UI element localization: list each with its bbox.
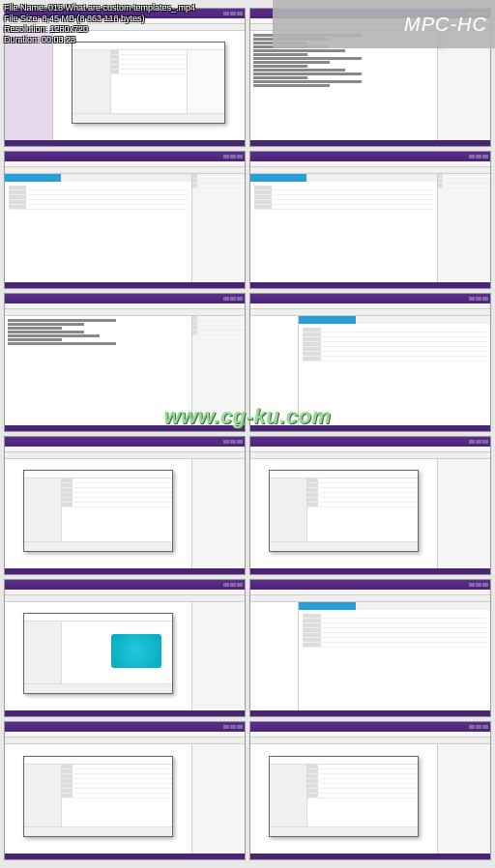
thumb-3[interactable]	[4, 151, 246, 290]
thumb-10[interactable]	[249, 579, 491, 718]
meta-filename: File Name: 018 What are custom templates…	[4, 3, 195, 14]
list-dialog-4	[269, 756, 419, 838]
meta-filesize: File Size: 8,45 MB (8 863 118 bytes)	[4, 14, 195, 24]
thumb-12[interactable]	[249, 721, 491, 860]
thumb-4[interactable]	[249, 151, 491, 290]
meta-duration: Duration: 00:03:23	[4, 35, 195, 45]
template-dialog	[23, 613, 173, 695]
thumb-7[interactable]	[4, 436, 246, 575]
watermark: www.cg-ku.com	[163, 404, 331, 429]
list-dialog-1	[23, 470, 173, 552]
property-tab	[5, 174, 191, 182]
thumbnail-grid	[4, 8, 491, 864]
template-preview-icon	[111, 634, 161, 668]
thumb-9[interactable]	[4, 579, 246, 718]
new-project-dialog	[72, 42, 225, 124]
file-metadata: File Name: 018 What are custom templates…	[4, 3, 195, 45]
list-dialog-3	[23, 756, 173, 838]
meta-resolution: Resolution: 1280x720	[4, 24, 195, 35]
thumb-11[interactable]	[4, 721, 246, 860]
thumb-8[interactable]	[249, 436, 491, 575]
player-logo: MPC-HC	[404, 14, 487, 36]
list-dialog-2	[269, 470, 419, 552]
